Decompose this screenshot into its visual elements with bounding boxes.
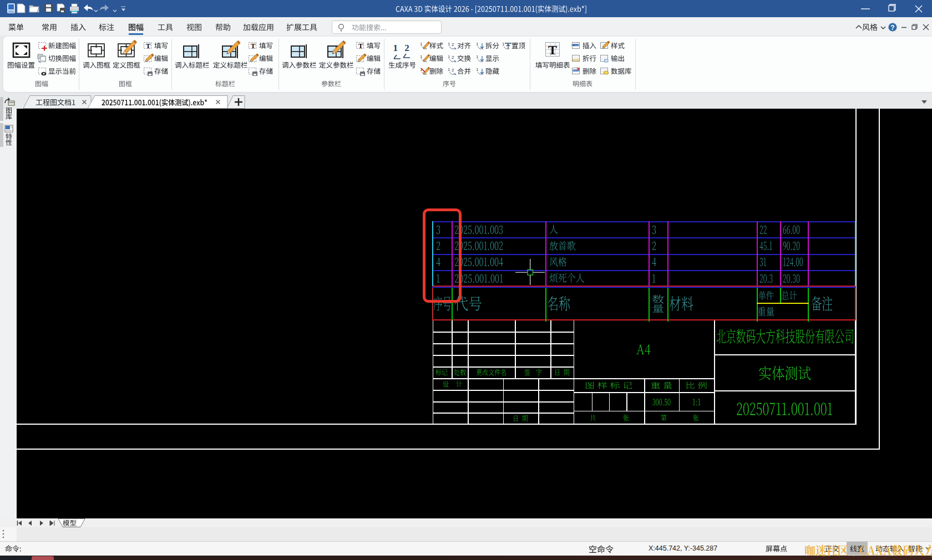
svg-text:1: 1 [420,54,423,59]
svg-text:?: ? [890,24,894,32]
svg-text:2: 2 [452,68,454,73]
svg-text:1: 1 [448,42,450,47]
svg-text:1: 1 [448,54,450,59]
svg-text:1: 1 [420,42,423,47]
svg-text:1: 1 [476,54,479,59]
svg-text:T: T [358,42,363,50]
svg-text:1 2: 1 2 [393,43,411,53]
svg-text:T: T [548,43,557,57]
svg-text:1: 1 [502,42,505,47]
svg-text:2: 2 [452,42,454,47]
svg-text:T: T [251,42,256,50]
svg-text:2: 2 [452,55,454,60]
svg-text:T: T [146,42,151,50]
svg-text:1: 1 [476,67,479,72]
svg-text:1: 1 [448,67,450,72]
svg-text:1: 1 [476,42,479,47]
